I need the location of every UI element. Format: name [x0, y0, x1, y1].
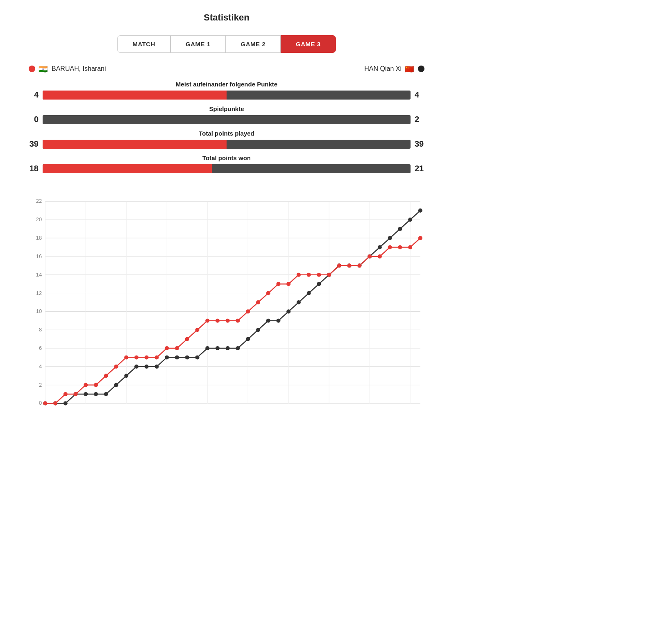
svg-text:16: 16: [36, 253, 42, 259]
svg-point-36: [64, 401, 68, 405]
svg-point-53: [236, 346, 240, 350]
stat-block-2: Total points played3939: [25, 130, 429, 149]
svg-point-46: [165, 355, 169, 359]
svg-text:8: 8: [39, 327, 42, 333]
svg-text:20: 20: [36, 216, 42, 222]
stat-label-2: Total points played: [25, 130, 429, 137]
svg-point-49: [195, 355, 199, 359]
svg-text:6: 6: [39, 345, 42, 351]
stat-right-value-2: 39: [415, 139, 429, 149]
svg-point-43: [134, 365, 138, 369]
svg-point-83: [154, 355, 159, 359]
svg-text:2: 2: [39, 382, 42, 388]
stat-block-0: Meist aufeinander folgende Punkte44: [25, 81, 429, 100]
svg-point-75: [74, 392, 78, 396]
svg-point-74: [64, 392, 68, 396]
chart-svg: 0246810121416182022: [25, 190, 429, 419]
svg-point-91: [236, 319, 240, 323]
svg-point-89: [216, 319, 220, 323]
svg-text:14: 14: [36, 272, 42, 278]
stat-bar-track-1: [43, 115, 411, 124]
tab-bar: MATCH GAME 1 GAME 2 GAME 3: [25, 35, 429, 53]
svg-point-54: [246, 337, 250, 341]
stat-label-3: Total points won: [25, 154, 429, 161]
svg-text:0: 0: [39, 400, 42, 406]
svg-point-39: [94, 392, 98, 396]
svg-text:10: 10: [36, 308, 42, 314]
tab-game3[interactable]: GAME 3: [281, 35, 336, 53]
svg-point-98: [307, 273, 311, 277]
svg-point-73: [53, 401, 57, 405]
stat-bar-row-3: 1821: [25, 164, 429, 173]
tab-match[interactable]: MATCH: [117, 35, 170, 53]
stat-bar-fill-3: [43, 164, 212, 173]
svg-point-77: [94, 383, 98, 387]
svg-point-67: [378, 245, 382, 249]
svg-point-87: [195, 328, 199, 332]
svg-text:18: 18: [36, 235, 42, 241]
svg-point-80: [124, 355, 128, 359]
svg-point-48: [185, 355, 189, 359]
svg-point-108: [408, 245, 412, 249]
svg-point-42: [124, 374, 128, 378]
player-right-flag: 🇨🇳: [405, 66, 415, 72]
svg-point-104: [368, 254, 372, 259]
stats-section: Meist aufeinander folgende Punkte44Spiel…: [25, 81, 429, 173]
stat-bar-track-3: [43, 164, 411, 173]
stat-left-value-0: 4: [25, 90, 39, 100]
svg-point-81: [134, 355, 138, 359]
stat-bar-row-1: 02: [25, 115, 429, 124]
chart-container: 0246810121416182022: [25, 190, 429, 419]
stat-right-value-3: 21: [415, 164, 429, 173]
svg-point-102: [347, 263, 352, 268]
svg-point-109: [418, 236, 422, 240]
svg-point-92: [246, 309, 250, 313]
stat-bar-row-2: 3939: [25, 139, 429, 149]
page-title: Statistiken: [25, 12, 429, 23]
svg-point-85: [175, 346, 179, 350]
svg-point-101: [337, 263, 341, 268]
player-left-dot: [29, 66, 35, 72]
svg-point-57: [276, 319, 280, 323]
svg-point-45: [154, 365, 159, 369]
svg-point-56: [266, 319, 270, 323]
svg-point-78: [104, 374, 108, 378]
stat-bar-track-0: [43, 91, 411, 100]
svg-point-100: [327, 273, 331, 277]
svg-text:22: 22: [36, 198, 42, 204]
svg-point-72: [43, 401, 47, 405]
svg-point-40: [104, 392, 108, 396]
stat-block-3: Total points won1821: [25, 154, 429, 173]
stat-right-value-0: 4: [415, 90, 429, 100]
svg-point-86: [185, 337, 189, 341]
svg-point-106: [388, 245, 392, 249]
player-left: 🇮🇳 BARUAH, Isharani: [29, 65, 106, 73]
svg-point-58: [286, 309, 290, 313]
stat-label-0: Meist aufeinander folgende Punkte: [25, 81, 429, 88]
svg-point-107: [398, 245, 402, 249]
svg-point-95: [276, 282, 280, 286]
svg-point-47: [175, 355, 179, 359]
tab-game1[interactable]: GAME 1: [170, 35, 226, 53]
stat-bar-row-0: 44: [25, 90, 429, 100]
player-left-flag: 🇮🇳: [39, 66, 48, 72]
svg-point-71: [418, 209, 422, 213]
svg-point-68: [388, 236, 392, 240]
player-right-dot: [418, 66, 424, 72]
stat-left-value-2: 39: [25, 139, 39, 149]
svg-point-59: [297, 300, 301, 304]
svg-point-55: [256, 328, 260, 332]
stat-bar-fill-0: [43, 91, 227, 100]
svg-point-93: [256, 300, 260, 304]
svg-point-70: [408, 218, 412, 222]
svg-point-96: [286, 282, 290, 286]
svg-point-99: [317, 273, 321, 277]
svg-text:12: 12: [36, 290, 42, 296]
svg-point-50: [205, 346, 209, 350]
player-right-name: HAN Qian Xi: [364, 65, 402, 73]
svg-point-76: [84, 383, 88, 387]
tab-game2[interactable]: GAME 2: [226, 35, 281, 53]
svg-point-84: [165, 346, 169, 350]
stat-bar-track-2: [43, 140, 411, 149]
svg-point-103: [357, 263, 361, 268]
